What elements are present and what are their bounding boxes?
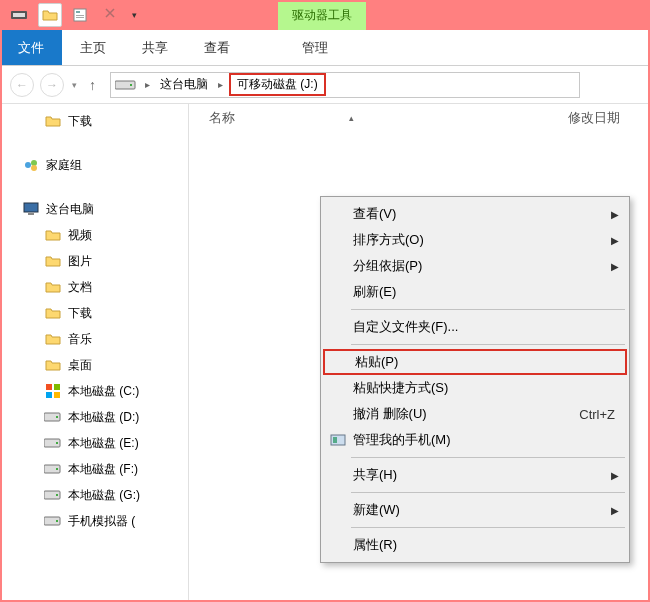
qat-pin-icon[interactable] <box>98 3 122 27</box>
sidebar-item[interactable]: 本地磁盘 (F:) <box>0 456 188 482</box>
folder-icon <box>44 356 62 374</box>
sidebar-item-label: 手机模拟器 ( <box>68 513 135 530</box>
sidebar-item-label: 本地磁盘 (C:) <box>68 383 139 400</box>
context-menu-item[interactable]: 粘贴快捷方式(S) <box>323 375 627 401</box>
sidebar-item[interactable]: 手机模拟器 ( <box>0 508 188 534</box>
tab-manage[interactable]: 管理 <box>284 30 346 65</box>
context-menu-item-label: 刷新(E) <box>353 283 619 301</box>
context-menu-separator <box>351 527 625 528</box>
sidebar-item-label: 本地磁盘 (E:) <box>68 435 139 452</box>
column-date-modified[interactable]: 修改日期 <box>568 109 650 127</box>
sidebar-item[interactable]: 下载 <box>0 300 188 326</box>
context-menu-item-label: 分组依据(P) <box>353 257 611 275</box>
drive-icon <box>44 460 62 478</box>
context-menu-separator <box>351 344 625 345</box>
homegroup-icon <box>22 156 40 174</box>
sidebar-item-label: 本地磁盘 (D:) <box>68 409 139 426</box>
context-menu-item[interactable]: 共享(H)▶ <box>323 462 627 488</box>
context-menu-item-label: 粘贴快捷方式(S) <box>353 379 619 397</box>
sidebar-item[interactable]: 本地磁盘 (C:) <box>0 378 188 404</box>
folder-icon <box>44 304 62 322</box>
column-headers: 名称 ▴ 修改日期 <box>189 104 650 132</box>
sidebar-item-label: 家庭组 <box>46 157 82 174</box>
context-menu-item-label: 粘贴(P) <box>355 353 617 371</box>
quick-access-toolbar: ▾ <box>4 3 140 27</box>
context-menu-item[interactable]: 刷新(E) <box>323 279 627 305</box>
title-bar: ▾ 驱动器工具 <box>0 0 650 30</box>
drive-icon <box>44 434 62 452</box>
qat-dropdown-icon[interactable]: ▾ <box>128 3 140 27</box>
breadcrumb-removable-disk[interactable]: 可移动磁盘 (J:) <box>229 73 326 96</box>
svg-rect-1 <box>13 13 25 17</box>
context-menu-item[interactable]: 属性(R) <box>323 532 627 558</box>
sort-indicator-icon: ▴ <box>349 113 354 123</box>
folder-icon <box>44 252 62 270</box>
context-menu-item[interactable]: 粘贴(P) <box>323 349 627 375</box>
context-menu-item-label: 撤消 删除(U) <box>353 405 579 423</box>
nav-back-button[interactable]: ← <box>10 73 34 97</box>
nav-up-button[interactable]: ↑ <box>85 77 100 93</box>
breadcrumb-this-pc[interactable]: 这台电脑 <box>158 76 210 93</box>
tab-view-label: 查看 <box>204 39 230 57</box>
arrow-left-icon: ← <box>16 78 28 92</box>
sidebar-item-homegroup[interactable]: 家庭组 <box>0 152 188 178</box>
context-menu: 查看(V)▶排序方式(O)▶分组依据(P)▶刷新(E)自定义文件夹(F)...粘… <box>320 196 630 563</box>
tab-home[interactable]: 主页 <box>62 30 124 65</box>
context-menu-separator <box>351 492 625 493</box>
tab-file[interactable]: 文件 <box>0 30 62 65</box>
column-name[interactable]: 名称 <box>209 109 509 127</box>
sidebar-item[interactable]: 本地磁盘 (G:) <box>0 482 188 508</box>
folder-icon <box>44 278 62 296</box>
sidebar-item-label: 文档 <box>68 279 92 296</box>
svg-rect-24 <box>56 494 58 496</box>
sidebar-item[interactable]: 桌面 <box>0 352 188 378</box>
sidebar-item[interactable]: 文档 <box>0 274 188 300</box>
tab-view[interactable]: 查看 <box>186 30 248 65</box>
context-menu-item[interactable]: 撤消 删除(U)Ctrl+Z <box>323 401 627 427</box>
tab-manage-label: 管理 <box>302 39 328 57</box>
svg-rect-18 <box>56 416 58 418</box>
drive-icon <box>44 408 62 426</box>
svg-rect-15 <box>46 392 52 398</box>
system-menu-icon[interactable] <box>8 3 32 27</box>
sidebar-item-label: 下载 <box>68 113 92 130</box>
qat-properties-icon[interactable] <box>68 3 92 27</box>
context-menu-item-label: 管理我的手机(M) <box>353 431 619 449</box>
chevron-right-icon: ▶ <box>611 470 619 481</box>
qat-open-folder-icon[interactable] <box>38 3 62 27</box>
context-menu-shortcut: Ctrl+Z <box>579 407 619 422</box>
context-menu-item[interactable]: 分组依据(P)▶ <box>323 253 627 279</box>
sidebar-item[interactable]: 图片 <box>0 248 188 274</box>
nav-forward-button[interactable]: → <box>40 73 64 97</box>
context-menu-item[interactable]: 管理我的手机(M) <box>323 427 627 453</box>
contextual-tab-drive-tools[interactable]: 驱动器工具 <box>278 0 366 30</box>
sidebar-item-label: 本地磁盘 (G:) <box>68 487 140 504</box>
context-menu-item-label: 属性(R) <box>353 536 619 554</box>
sidebar-item[interactable]: 音乐 <box>0 326 188 352</box>
navigation-pane: 下载 家庭组 这台电脑 视频图片文档下载音乐桌面本地磁盘 (C:)本地磁盘 (D… <box>0 104 188 602</box>
sidebar-item-downloads[interactable]: 下载 <box>0 108 188 134</box>
svg-point-10 <box>31 165 37 171</box>
context-menu-item-label: 共享(H) <box>353 466 611 484</box>
context-menu-item[interactable]: 排序方式(O)▶ <box>323 227 627 253</box>
recent-dropdown-icon[interactable]: ▾ <box>70 80 79 90</box>
sidebar-item-label: 音乐 <box>68 331 92 348</box>
folder-icon <box>44 330 62 348</box>
context-menu-item[interactable]: 自定义文件夹(F)... <box>323 314 627 340</box>
sidebar-item[interactable]: 本地磁盘 (D:) <box>0 404 188 430</box>
context-menu-item[interactable]: 查看(V)▶ <box>323 201 627 227</box>
sidebar-item-this-pc[interactable]: 这台电脑 <box>0 196 188 222</box>
svg-rect-22 <box>56 468 58 470</box>
chevron-right-icon[interactable]: ▸ <box>216 79 225 90</box>
context-menu-item-label: 排序方式(O) <box>353 231 611 249</box>
svg-rect-5 <box>76 17 84 18</box>
address-bar[interactable]: ▸ 这台电脑 ▸ 可移动磁盘 (J:) <box>110 72 580 98</box>
computer-icon <box>22 200 40 218</box>
sidebar-item[interactable]: 视频 <box>0 222 188 248</box>
chevron-right-icon[interactable]: ▸ <box>143 79 152 90</box>
context-menu-item[interactable]: 新建(W)▶ <box>323 497 627 523</box>
tab-share[interactable]: 共享 <box>124 30 186 65</box>
context-menu-item-label: 查看(V) <box>353 205 611 223</box>
ribbon-tabs: 文件 主页 共享 查看 管理 <box>0 30 650 66</box>
sidebar-item[interactable]: 本地磁盘 (E:) <box>0 430 188 456</box>
